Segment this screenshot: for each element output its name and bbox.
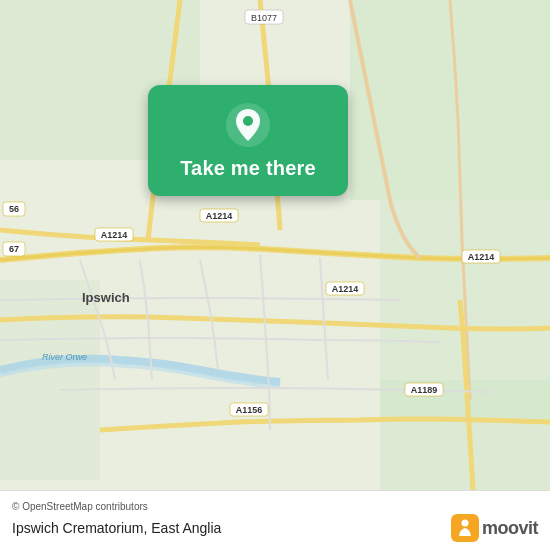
svg-text:Ipswich: Ipswich bbox=[82, 290, 130, 305]
svg-point-31 bbox=[461, 520, 468, 527]
svg-text:56: 56 bbox=[9, 204, 19, 214]
svg-rect-4 bbox=[0, 280, 100, 480]
svg-point-29 bbox=[243, 116, 253, 126]
svg-text:River Orwe: River Orwe bbox=[42, 352, 87, 362]
location-info: Ipswich Crematorium, East Anglia moovit bbox=[12, 514, 538, 542]
take-me-label: Take me there bbox=[180, 157, 316, 180]
svg-text:A1189: A1189 bbox=[411, 385, 438, 395]
map-container: B1077 B10 A1214 A1214 A1214 A1214 A1156 … bbox=[0, 0, 550, 550]
moovit-logo: moovit bbox=[451, 514, 538, 542]
take-me-card[interactable]: Take me there bbox=[148, 85, 348, 196]
svg-text:67: 67 bbox=[9, 244, 19, 254]
svg-text:A1214: A1214 bbox=[332, 284, 359, 294]
osm-attribution: © OpenStreetMap contributors bbox=[12, 501, 538, 512]
svg-rect-2 bbox=[350, 0, 550, 200]
svg-text:B1077: B1077 bbox=[251, 13, 277, 23]
bottom-bar: © OpenStreetMap contributors Ipswich Cre… bbox=[0, 490, 550, 550]
svg-text:A1156: A1156 bbox=[236, 405, 263, 415]
svg-text:A1214: A1214 bbox=[101, 230, 128, 240]
moovit-text: moovit bbox=[482, 518, 538, 539]
location-pin-icon bbox=[226, 103, 270, 147]
svg-text:A1214: A1214 bbox=[468, 252, 495, 262]
location-name: Ipswich Crematorium, East Anglia bbox=[12, 520, 221, 536]
svg-text:A1214: A1214 bbox=[206, 211, 233, 221]
moovit-brand-icon bbox=[451, 514, 479, 542]
